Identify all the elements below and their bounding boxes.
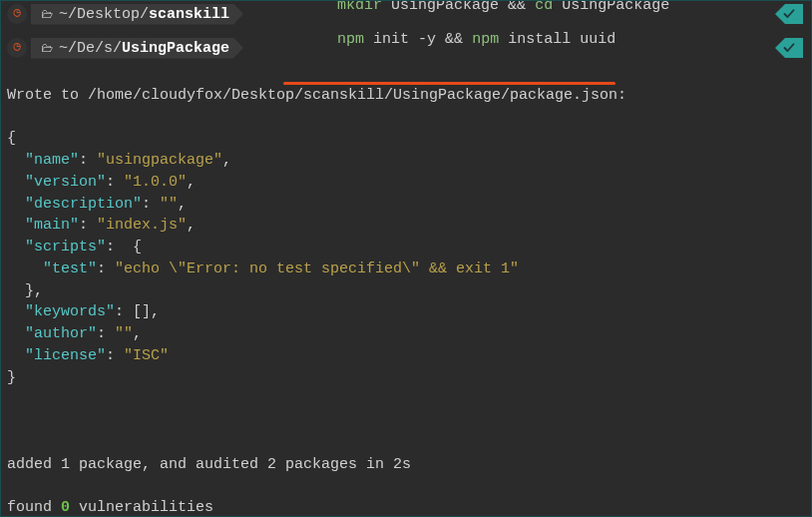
out-v-main: "index.js" xyxy=(97,217,187,234)
check-icon xyxy=(783,42,795,54)
out-k-desc: "description" xyxy=(7,196,142,213)
out-v-author: "" xyxy=(115,325,133,342)
out-found-post: vulnerabilities xyxy=(70,499,213,516)
path-dir: scanskill xyxy=(149,6,229,23)
out-k-author: "author" xyxy=(7,325,97,342)
out-k-scripts: "scripts" xyxy=(7,239,106,256)
status-ok-badge xyxy=(775,38,803,58)
out-k-test: "test" xyxy=(7,260,97,277)
prompt-row-2: ◷ 🗁 ~/De/s/UsingPackage npm init -y && n… xyxy=(1,35,811,61)
out-brace-close-s: } xyxy=(7,282,34,299)
status-ok-badge xyxy=(775,4,803,24)
out-v-test: "echo \"Error: no test specified\" && ex… xyxy=(115,260,519,277)
out-brace-close: } xyxy=(7,369,16,386)
highlight-underline-2 xyxy=(283,82,615,85)
command-area-2[interactable]: npm init -y && npm install uuid xyxy=(243,0,623,101)
out-k-main: "main" xyxy=(7,217,79,234)
cmd-npm2: npm xyxy=(463,31,499,48)
arg-init: init -y xyxy=(364,31,445,48)
out-k-keywords: "keywords" xyxy=(7,303,115,320)
path-prefix: ~/Desktop/ xyxy=(59,6,149,23)
out-k-name: "name" xyxy=(7,152,79,169)
out-added: added 1 package, and audited 2 packages … xyxy=(7,456,411,473)
folder-icon: 🗁 xyxy=(41,41,53,56)
path-dir: UsingPackage xyxy=(122,40,229,57)
ubuntu-icon: ◷ xyxy=(7,38,27,58)
path-prefix: ~/De/s/ xyxy=(59,40,122,57)
out-v-name: "usingpackage" xyxy=(97,152,222,169)
out-found-pre: found xyxy=(7,499,61,516)
out-v-keywords: [] xyxy=(133,303,151,320)
folder-icon: 🗁 xyxy=(41,7,53,22)
out-v-license: "ISC" xyxy=(124,347,169,364)
op-and2: && xyxy=(445,31,463,48)
arg-install: install uuid xyxy=(499,31,615,48)
out-found-n: 0 xyxy=(61,499,70,516)
check-icon xyxy=(783,8,795,20)
command-wrap-2: npm init -y && npm install uuid xyxy=(283,14,615,82)
out-v-version: "1.0.0" xyxy=(124,174,187,191)
path-segment-1: 🗁 ~/Desktop/scanskill xyxy=(31,4,243,25)
terminal-output: Wrote to /home/cloudyfox/Desktop/scanski… xyxy=(1,61,811,517)
out-v-desc: "" xyxy=(160,196,178,213)
ubuntu-icon: ◷ xyxy=(7,4,27,24)
path-segment-2: 🗁 ~/De/s/UsingPackage xyxy=(31,38,243,59)
out-k-version: "version" xyxy=(7,174,106,191)
out-brace-open: { xyxy=(7,130,16,147)
out-k-license: "license" xyxy=(7,347,106,364)
cmd-npm1: npm xyxy=(337,31,364,48)
